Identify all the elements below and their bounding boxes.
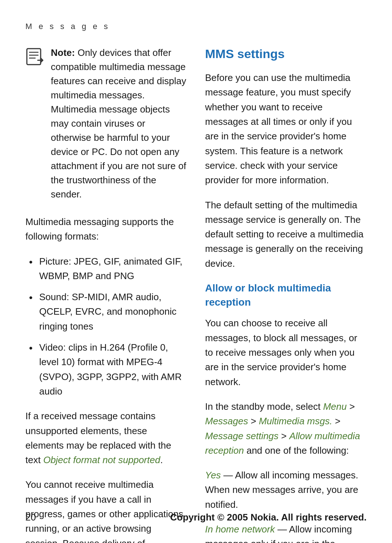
para-unsupported: If a received message contains unsupport… <box>25 409 187 467</box>
messages-italic: Messages <box>205 416 248 426</box>
mms-para1: Before you can use the multimedia messag… <box>205 70 367 187</box>
list-item: Video: clips in H.264 (Profile 0, level … <box>29 340 187 399</box>
sep2: > <box>248 416 259 426</box>
sep3: > <box>332 416 340 426</box>
inhome-italic: In home network <box>205 524 275 535</box>
copyright-text: Copyright © 2005 Nokia. All rights reser… <box>170 512 367 523</box>
sep1: > <box>347 401 355 412</box>
para-unsupported-italic: Object format not supported <box>43 454 160 465</box>
right-column: MMS settings Before you can use the mult… <box>205 46 367 543</box>
allow-block-title: Allow or block multimedia reception <box>205 281 367 309</box>
yes-option: Yes — Allow all incoming messages. When … <box>205 468 367 512</box>
note-box: Note: Only devices that offer compatible… <box>25 46 187 201</box>
allow-block-para3: You can choose to receive all messages, … <box>205 316 367 389</box>
menu-italic: Menu <box>323 401 347 412</box>
para-formats-intro: Multimedia messaging supports the follow… <box>25 215 187 244</box>
note-body: Only devices that offer compatible multi… <box>51 47 186 200</box>
footer: 20 Copyright © 2005 Nokia. All rights re… <box>0 512 392 523</box>
note-icon <box>25 47 44 66</box>
standby-mode-para: In the standby mode, select Menu > Messa… <box>205 399 367 458</box>
standby-prefix: In the standby mode, select <box>205 401 323 412</box>
yes-text: — Allow all incoming messages. When new … <box>205 470 358 510</box>
sep4: > <box>278 430 289 441</box>
para4-suffix: and one of the following: <box>244 445 349 456</box>
left-column: Note: Only devices that offer compatible… <box>25 46 187 543</box>
svg-rect-0 <box>27 49 41 65</box>
page-header: M e s s a g e s <box>25 22 367 31</box>
list-item: Picture: JPEG, GIF, animated GIF, WBMP, … <box>29 254 187 283</box>
note-text: Note: Only devices that offer compatible… <box>51 46 187 201</box>
mms-settings-title: MMS settings <box>205 46 367 62</box>
yes-italic: Yes <box>205 470 221 481</box>
page-number: 20 <box>25 512 36 523</box>
formats-list: Picture: JPEG, GIF, animated GIF, WBMP, … <box>25 254 187 399</box>
para-unsupported-suffix: . <box>160 454 163 465</box>
inhome-option: In home network — Allow incoming message… <box>205 522 367 543</box>
multimedia-msgs-italic: Multimedia msgs. <box>259 416 332 426</box>
message-settings-italic: Message settings <box>205 430 278 441</box>
para-no-receive: You cannot receive multimedia messages i… <box>25 477 187 543</box>
mms-para2: The default setting of the multimedia me… <box>205 198 367 271</box>
note-bold: Note: <box>51 47 75 58</box>
list-item: Sound: SP-MIDI, AMR audio, QCELP, EVRC, … <box>29 290 187 334</box>
